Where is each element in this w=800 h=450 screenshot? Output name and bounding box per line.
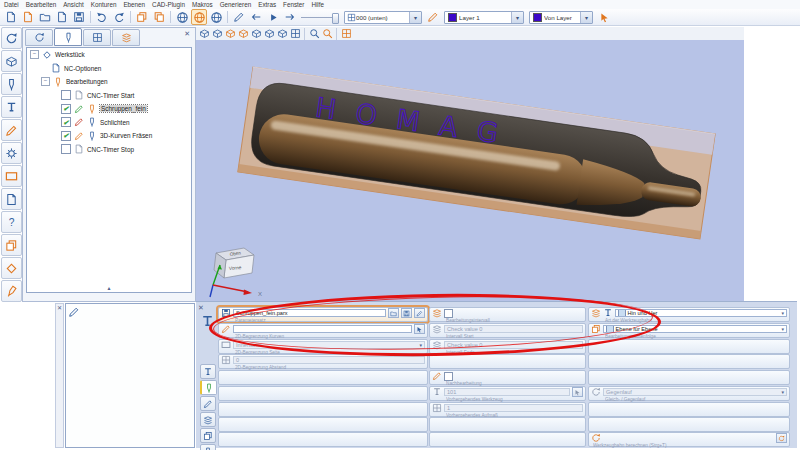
copy-button[interactable] bbox=[134, 9, 150, 25]
tab-machining[interactable] bbox=[54, 28, 82, 46]
expander-icon[interactable]: − bbox=[30, 50, 39, 59]
tree-node-3d-kurven-fraesen[interactable]: ✔ 3D-Kurven Fräsen bbox=[27, 129, 191, 143]
probe-tool-button[interactable] bbox=[1, 280, 22, 302]
werkzeugbahn-select[interactable]: Hin und Her▾ bbox=[615, 309, 787, 317]
ptab-tool[interactable] bbox=[200, 364, 216, 379]
snap-grid-button[interactable] bbox=[340, 28, 352, 39]
viewport-3d[interactable]: HOMAG Oben Vorne X bbox=[196, 40, 744, 301]
view-right-button[interactable] bbox=[263, 28, 275, 39]
tab-output[interactable] bbox=[112, 29, 140, 46]
menu-ansicht[interactable]: Ansicht bbox=[63, 1, 84, 8]
begrenzung-seite-select[interactable]: Innenseite▾ bbox=[233, 341, 425, 349]
tree-node-schlichten[interactable]: ✔ Schlichten bbox=[27, 116, 191, 130]
layer-select[interactable]: Layer 1 ▾ bbox=[444, 11, 524, 24]
menu-hilfe[interactable]: Hilfe bbox=[311, 1, 324, 8]
view-left-button[interactable] bbox=[250, 28, 262, 39]
menu-generieren[interactable]: Generieren bbox=[220, 1, 252, 8]
menu-extras[interactable]: Extras bbox=[258, 1, 276, 8]
menu-fenster[interactable]: Fenster bbox=[283, 1, 304, 8]
pick-tool-button[interactable] bbox=[572, 387, 583, 397]
view-top-button[interactable] bbox=[211, 28, 223, 39]
expander-icon[interactable]: − bbox=[41, 77, 50, 86]
cutter-tool-button[interactable] bbox=[1, 96, 22, 118]
view-front-button[interactable] bbox=[224, 28, 236, 39]
menu-makros[interactable]: Makros bbox=[192, 1, 213, 8]
zoom-window-button[interactable] bbox=[321, 28, 333, 39]
view-mode-wire-button[interactable] bbox=[174, 9, 190, 25]
menu-bearbeiten[interactable]: Bearbeiten bbox=[26, 1, 56, 8]
diamond-tool-button[interactable] bbox=[1, 257, 22, 279]
close-icon[interactable]: ✕ bbox=[57, 305, 62, 311]
compute-toolpath-button[interactable] bbox=[776, 433, 787, 443]
step-forward-button[interactable] bbox=[282, 9, 298, 25]
tree-node-cnc-timer-stop[interactable]: CNC-Timer Stop bbox=[27, 143, 191, 157]
checkbox[interactable]: ✔ bbox=[61, 117, 71, 127]
help-info-button[interactable] bbox=[1, 211, 22, 233]
edit-paramset-button[interactable] bbox=[414, 308, 425, 318]
bearbeitungsintervall-checkbox[interactable] bbox=[444, 309, 453, 318]
workpiece-tool-button[interactable] bbox=[1, 50, 22, 72]
tab-geometry[interactable] bbox=[25, 29, 53, 46]
zoom-fit-button[interactable] bbox=[308, 28, 320, 39]
nc-document-button[interactable] bbox=[1, 188, 22, 210]
menu-cad-plugin[interactable]: CAD-Plugin bbox=[152, 1, 185, 8]
checkbox[interactable]: ✔ bbox=[61, 131, 71, 141]
color-mode-select[interactable]: Von Layer ▾ bbox=[529, 11, 593, 24]
collapse-handle[interactable]: ▲ bbox=[107, 285, 112, 291]
tree-node-bearbeitungen[interactable]: − Bearbeitungen bbox=[27, 75, 191, 89]
workplane-select[interactable]: 000 (unten) ▾ bbox=[344, 11, 422, 24]
redo-button[interactable] bbox=[111, 9, 127, 25]
menu-konturen[interactable]: Konturen bbox=[91, 1, 117, 8]
rotate-tool-button[interactable] bbox=[1, 27, 22, 49]
view-back-button[interactable] bbox=[237, 28, 249, 39]
tree-node-schruppen-fein[interactable]: ✔ Schruppen_fein bbox=[27, 102, 191, 116]
tree-node-nc-optionen[interactable]: NC-Optionen bbox=[27, 62, 191, 76]
view-mode-hidden-button[interactable] bbox=[208, 9, 224, 25]
pocket-tool-button[interactable] bbox=[1, 165, 22, 187]
tree-node-root[interactable]: − Werkstück bbox=[27, 48, 191, 62]
gegenlauf-select[interactable]: Gegenlauf▾ bbox=[603, 388, 787, 396]
step-back-button[interactable] bbox=[248, 9, 264, 25]
checkbox[interactable]: ✔ bbox=[61, 104, 71, 114]
ptab-curves[interactable] bbox=[200, 396, 216, 411]
ptab-link[interactable] bbox=[200, 428, 216, 443]
parametersatz-input[interactable]: Schruppen_fein.parx bbox=[233, 309, 386, 317]
ptab-levels[interactable] bbox=[200, 412, 216, 427]
view-iso-button[interactable] bbox=[198, 28, 210, 39]
paint-layer-button[interactable] bbox=[425, 9, 441, 25]
new-project-button[interactable] bbox=[20, 9, 36, 25]
checkbox[interactable] bbox=[61, 90, 71, 100]
checkbox[interactable] bbox=[61, 144, 71, 154]
reihenfolge-select[interactable]: Ebene für Ebene▾ bbox=[603, 325, 787, 333]
ptab-misc[interactable] bbox=[200, 444, 216, 450]
intervall-ende-input[interactable]: Check value 0 bbox=[444, 341, 583, 349]
view-rotate-button[interactable] bbox=[289, 28, 301, 39]
close-icon[interactable]: ✕ bbox=[181, 29, 193, 39]
vorhergehendes-aufmass-input[interactable]: 1 bbox=[444, 404, 583, 412]
begrenzung-kurven-input[interactable] bbox=[233, 325, 412, 333]
simulation-speed-slider[interactable] bbox=[301, 11, 339, 23]
paste-button[interactable] bbox=[151, 9, 167, 25]
new-drawing-button[interactable] bbox=[54, 9, 70, 25]
undo-button[interactable] bbox=[94, 9, 110, 25]
vcarve-tool-button[interactable] bbox=[1, 119, 22, 141]
measure-button[interactable] bbox=[231, 9, 247, 25]
menu-ebenen[interactable]: Ebenen bbox=[123, 1, 145, 8]
close-icon[interactable]: ✕ bbox=[198, 304, 204, 312]
load-paramset-button[interactable] bbox=[388, 308, 399, 318]
vorhergehendes-werkzeug-input[interactable]: 101 bbox=[444, 388, 570, 396]
intervall-start-input[interactable]: Check value 0 bbox=[444, 325, 583, 333]
transform-tool-button[interactable] bbox=[1, 234, 22, 256]
ptab-strategy[interactable] bbox=[200, 380, 217, 395]
view-bottom-button[interactable] bbox=[276, 28, 288, 39]
tab-list[interactable] bbox=[83, 29, 111, 46]
save-button[interactable] bbox=[71, 9, 87, 25]
menu-datei[interactable]: Datei bbox=[4, 1, 19, 8]
drill-tool-button[interactable] bbox=[1, 73, 22, 95]
new-file-button[interactable] bbox=[3, 9, 19, 25]
save-paramset-button[interactable] bbox=[401, 308, 412, 318]
sawblade-tool-button[interactable] bbox=[1, 142, 22, 164]
view-mode-shaded-button[interactable] bbox=[191, 9, 207, 25]
pick-curve-button[interactable] bbox=[414, 324, 425, 334]
pick-color-button[interactable] bbox=[596, 9, 612, 25]
